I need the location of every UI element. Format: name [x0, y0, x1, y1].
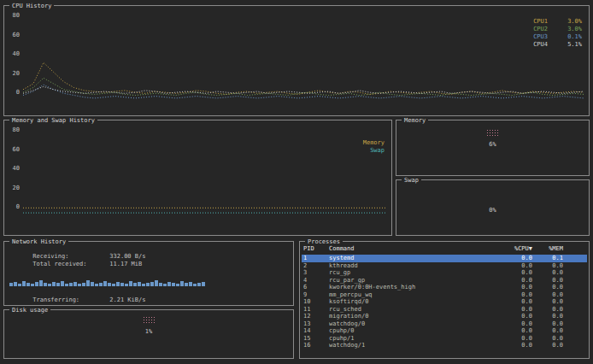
cpu-legend-item: CPU45.1% [533, 41, 582, 49]
cpu-history-panel: CPU History 806040200 CPU13.0%CPU23.0%CP… [3, 5, 590, 116]
axis-tick-label: 60 [6, 147, 20, 153]
cpu-legend: CPU13.0%CPU23.0%CPU30.1%CPU45.1% [533, 18, 582, 49]
process-rows: 1systemd0.00.12kthreadd0.00.03rcu_gp0.00… [302, 255, 587, 356]
process-row[interactable]: 15cpuhp/10.00.0 [302, 335, 587, 343]
memory-swap-legend: MemorySwap [363, 139, 385, 155]
swap-gauge-panel: Swap 0% [396, 179, 590, 236]
disk-usage-dots-icon [143, 316, 156, 324]
axis-tick-label: 20 [6, 185, 20, 191]
network-history-panel: Network History Receiving:332.00 B/s Tot… [3, 241, 294, 306]
axis-tick-label: 0 [6, 90, 20, 96]
axis-tick-label: 60 [6, 32, 20, 38]
transferring-value: 2.21 KiB/s [109, 296, 145, 303]
processes-title: Processes [305, 238, 343, 245]
process-row[interactable]: 3rcu_gp0.00.0 [302, 269, 587, 277]
cpu-legend-item: CPU23.0% [533, 26, 582, 33]
transferring-label: Transferring: [32, 296, 109, 303]
process-row[interactable]: 12migration/00.00.0 [302, 313, 587, 320]
network-history-title: Network History [9, 238, 68, 245]
swap-usage-value: 0% [489, 207, 496, 214]
process-row[interactable]: 1systemd0.00.1 [302, 255, 587, 262]
axis-tick-label: 0 [6, 204, 20, 210]
memory-swap-history-title: Memory and Swap History [9, 117, 97, 124]
memory-y-axis: 806040200 [6, 127, 20, 210]
network-history-chart [9, 264, 290, 286]
memory-swap-legend-item: Swap [363, 147, 385, 155]
memory-gauge: 6% [396, 120, 589, 175]
axis-tick-label: 20 [6, 71, 20, 77]
disk-usage-gauge: 1% [4, 310, 293, 358]
disk-usage-panel: Disk usage 1% [3, 309, 294, 359]
process-row[interactable]: 6kworker/0:0H-events_high0.00.0 [302, 284, 587, 291]
cpu-y-axis: 806040200 [6, 13, 20, 96]
memory-gauge-panel: Memory 6% [396, 120, 590, 176]
cpu-legend-item: CPU30.1% [533, 33, 582, 41]
process-row[interactable]: 11rcu_sched0.00.0 [302, 306, 587, 314]
system-monitor-screen: CPU History 806040200 CPU13.0%CPU23.0%CP… [0, 0, 593, 364]
process-row[interactable]: 10ksoftirqd/00.00.0 [302, 298, 587, 306]
header-mem[interactable]: %MEM [532, 245, 563, 252]
axis-tick-label: 40 [6, 51, 20, 57]
process-row[interactable]: 4rcu_par_gp0.00.0 [302, 277, 587, 285]
swap-gauge: 0% [396, 180, 589, 235]
cpu-legend-item: CPU13.0% [533, 18, 582, 26]
header-command[interactable]: Command [329, 245, 495, 252]
memory-swap-history-chart [23, 129, 387, 214]
memory-swap-history-panel: Memory and Swap History 806040200 Memory… [3, 120, 392, 236]
header-pid[interactable]: PID [303, 245, 329, 252]
process-row[interactable]: 13watchdog/00.00.0 [302, 320, 587, 328]
process-row[interactable]: 16watchdog/10.00.0 [302, 342, 587, 349]
cpu-history-title: CPU History [9, 3, 54, 9]
process-row[interactable]: 14cpuhp/00.00.0 [302, 327, 587, 335]
axis-tick-label: 80 [6, 13, 20, 19]
process-table-header: PID Command %CPU▼ %MEM [303, 245, 585, 252]
processes-panel: Processes PID Command %CPU▼ %MEM 1system… [299, 241, 590, 359]
process-row[interactable]: 2kthreadd0.00.0 [302, 262, 587, 270]
disk-usage-value: 1% [145, 328, 152, 335]
memory-usage-dots-icon [486, 129, 499, 137]
header-cpu-sort[interactable]: %CPU▼ [495, 245, 532, 252]
axis-tick-label: 40 [6, 166, 20, 172]
memory-usage-value: 6% [489, 141, 496, 148]
axis-tick-label: 80 [6, 127, 20, 133]
cpu-history-chart [23, 15, 584, 99]
memory-swap-legend-item: Memory [363, 139, 385, 147]
process-row[interactable]: 9mm_percpu_wq0.00.0 [302, 291, 587, 299]
